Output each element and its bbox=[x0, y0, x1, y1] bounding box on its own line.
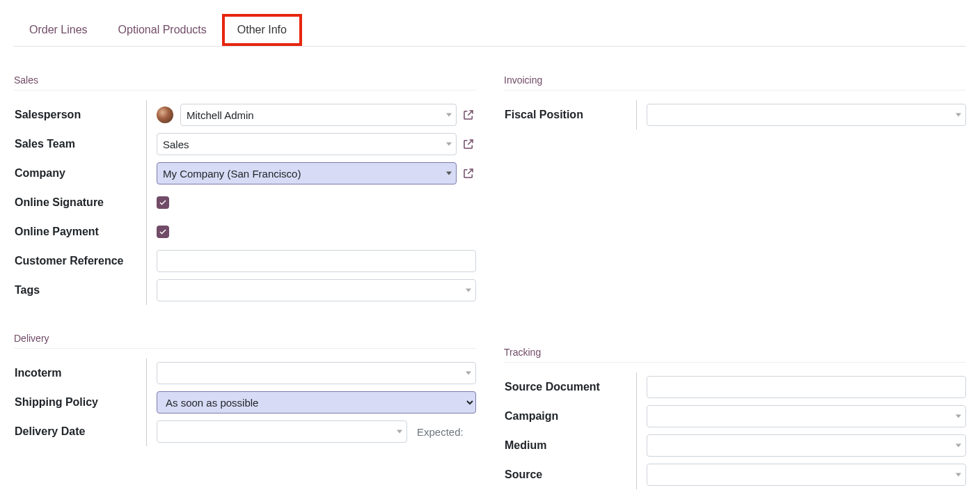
label-source: Source bbox=[505, 468, 637, 481]
incoterm-input[interactable] bbox=[157, 362, 476, 384]
label-fiscal-position: Fiscal Position bbox=[505, 109, 637, 121]
label-tags: Tags bbox=[15, 284, 147, 297]
source-input[interactable] bbox=[647, 464, 966, 486]
section-title-sales: Sales bbox=[14, 74, 476, 90]
avatar bbox=[157, 107, 173, 123]
label-online-signature: Online Signature bbox=[15, 196, 147, 209]
label-source-document: Source Document bbox=[505, 381, 637, 393]
salesperson-input[interactable]: Mitchell Admin bbox=[180, 104, 457, 126]
label-online-payment: Online Payment bbox=[15, 226, 147, 238]
chevron-down-icon bbox=[956, 415, 961, 418]
chevron-down-icon bbox=[446, 113, 452, 117]
chevron-down-icon bbox=[466, 372, 471, 375]
online-payment-checkbox[interactable] bbox=[157, 226, 169, 238]
sales-team-input[interactable]: Sales bbox=[157, 133, 457, 155]
label-medium: Medium bbox=[505, 439, 637, 452]
campaign-input[interactable] bbox=[647, 405, 966, 427]
tags-input[interactable] bbox=[157, 279, 476, 301]
label-delivery-date: Delivery Date bbox=[15, 425, 147, 438]
chevron-down-icon bbox=[956, 113, 961, 117]
medium-input[interactable] bbox=[647, 434, 966, 457]
section-title-invoicing: Invoicing bbox=[504, 74, 966, 90]
fiscal-position-input[interactable] bbox=[647, 104, 966, 126]
chevron-down-icon bbox=[466, 289, 471, 292]
company-input[interactable]: My Company (San Francisco) bbox=[157, 162, 457, 184]
source-document-input[interactable] bbox=[647, 376, 966, 398]
chevron-down-icon bbox=[446, 143, 452, 146]
section-delivery: Delivery Incoterm Shipping Policy bbox=[14, 333, 476, 446]
label-shipping-policy: Shipping Policy bbox=[15, 396, 147, 409]
section-sales: Sales Salesperson Mitchell Admin bbox=[14, 74, 476, 305]
delivery-date-input[interactable] bbox=[157, 420, 407, 443]
tab-order-lines[interactable]: Order Lines bbox=[14, 14, 103, 46]
label-incoterm: Incoterm bbox=[15, 367, 147, 379]
tab-bar: Order Lines Optional Products Other Info bbox=[14, 14, 966, 47]
label-company: Company bbox=[15, 167, 147, 180]
external-link-icon[interactable] bbox=[461, 136, 476, 152]
section-invoicing: Invoicing Fiscal Position bbox=[504, 74, 966, 129]
section-title-tracking: Tracking bbox=[504, 347, 966, 363]
tab-other-info[interactable]: Other Info bbox=[222, 14, 302, 46]
section-title-delivery: Delivery bbox=[14, 333, 476, 349]
chevron-down-icon bbox=[397, 430, 402, 434]
external-link-icon[interactable] bbox=[461, 166, 476, 181]
external-link-icon[interactable] bbox=[461, 107, 476, 123]
label-sales-team: Sales Team bbox=[15, 138, 147, 150]
tab-optional-products[interactable]: Optional Products bbox=[103, 14, 222, 46]
expected-label: Expected: bbox=[417, 426, 464, 438]
label-campaign: Campaign bbox=[505, 410, 637, 423]
label-salesperson: Salesperson bbox=[15, 109, 147, 121]
chevron-down-icon bbox=[446, 172, 452, 175]
online-signature-checkbox[interactable] bbox=[157, 196, 169, 209]
label-customer-reference: Customer Reference bbox=[15, 255, 147, 267]
shipping-policy-select[interactable]: As soon as possible bbox=[157, 391, 476, 414]
chevron-down-icon bbox=[956, 444, 961, 448]
customer-reference-input[interactable] bbox=[157, 250, 476, 272]
section-tracking: Tracking Source Document Campaign bbox=[504, 347, 966, 489]
chevron-down-icon bbox=[956, 473, 961, 477]
